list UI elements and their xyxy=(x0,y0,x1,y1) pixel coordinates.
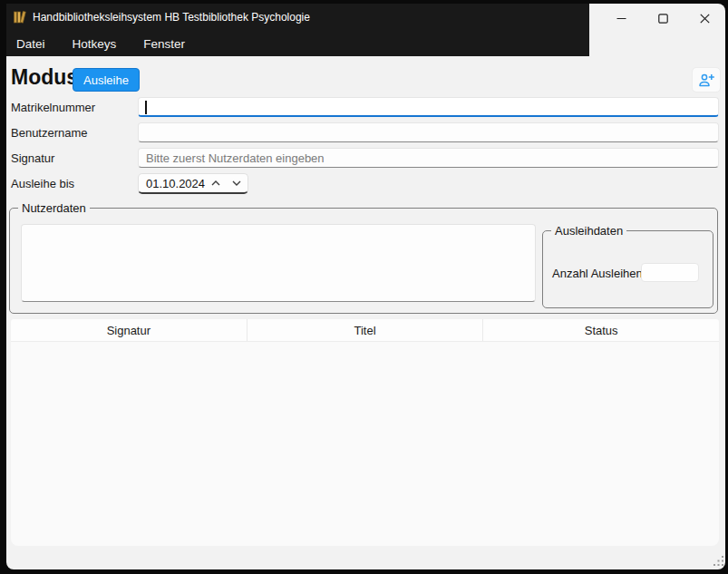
add-user-button[interactable] xyxy=(692,67,721,92)
window-title: Handbibliotheksleihsystem HB Testbibliot… xyxy=(33,10,310,24)
close-icon xyxy=(700,14,710,24)
menu-item-datei[interactable]: Datei xyxy=(16,37,45,51)
menu-item-hotkeys[interactable]: Hotkeys xyxy=(73,37,117,51)
label-matrikelnummer: Matrikelnummer xyxy=(11,101,95,114)
menu-item-fenster[interactable]: Fenster xyxy=(143,37,185,51)
maximize-button[interactable] xyxy=(642,4,684,33)
ausleihdaten-group: Ausleihdaten Anzahl Ausleihen xyxy=(542,230,713,308)
table-header-row: Signatur Titel Status xyxy=(11,319,719,342)
label-benutzername: Benutzername xyxy=(11,126,88,140)
table-body xyxy=(11,342,719,546)
column-header-signatur[interactable]: Signatur xyxy=(11,319,247,341)
matrikelnummer-input[interactable] xyxy=(138,97,719,117)
spinner-up-button[interactable] xyxy=(205,174,226,192)
close-button[interactable] xyxy=(684,4,725,33)
person-plus-icon xyxy=(698,73,714,87)
minimize-button[interactable] xyxy=(600,4,642,33)
maximize-icon xyxy=(658,14,668,24)
page-title: Modus xyxy=(11,65,78,90)
nutzerdaten-group-label: Nutzerdaten xyxy=(18,201,90,215)
benutzername-input[interactable] xyxy=(138,122,719,142)
chevron-up-icon xyxy=(211,180,220,186)
label-ausleihe-bis: Ausleihe bis xyxy=(11,177,74,190)
label-signatur: Signatur xyxy=(11,151,54,165)
nutzerdaten-textarea[interactable] xyxy=(21,224,536,302)
signatur-input[interactable] xyxy=(138,148,719,168)
app-window: Handbibliotheksleihsystem HB Testbibliot… xyxy=(6,4,725,569)
menubar: Datei Hotkeys Fenster xyxy=(16,33,185,54)
results-table: Signatur Titel Status xyxy=(11,319,719,546)
titlebar: Handbibliotheksleihsystem HB Testbibliot… xyxy=(6,4,589,56)
spinner-down-button[interactable] xyxy=(227,174,248,192)
ausleihdaten-group-label: Ausleihdaten xyxy=(551,224,626,238)
minimize-icon xyxy=(616,14,626,24)
screen: Handbibliotheksleihsystem HB Testbibliot… xyxy=(0,0,728,574)
ausleihe-bis-spinner[interactable]: 01.10.2024 xyxy=(138,173,248,194)
column-header-titel[interactable]: Titel xyxy=(247,319,483,341)
books-icon xyxy=(13,10,27,24)
column-header-status[interactable]: Status xyxy=(482,319,719,341)
chevron-down-icon xyxy=(232,180,241,186)
ausleihe-bis-value: 01.10.2024 xyxy=(139,177,205,190)
anzahl-ausleihen-input[interactable] xyxy=(641,263,699,282)
resize-grip[interactable] xyxy=(713,555,725,568)
anzahl-ausleihen-label: Anzahl Ausleihen xyxy=(552,267,643,280)
nutzerdaten-group: Nutzerdaten Ausleihdaten Anzahl Ausleihe… xyxy=(9,208,718,314)
caption-buttons xyxy=(600,4,725,33)
text-caret xyxy=(145,101,147,114)
mode-ausleihe-button[interactable]: Ausleihe xyxy=(73,68,140,92)
